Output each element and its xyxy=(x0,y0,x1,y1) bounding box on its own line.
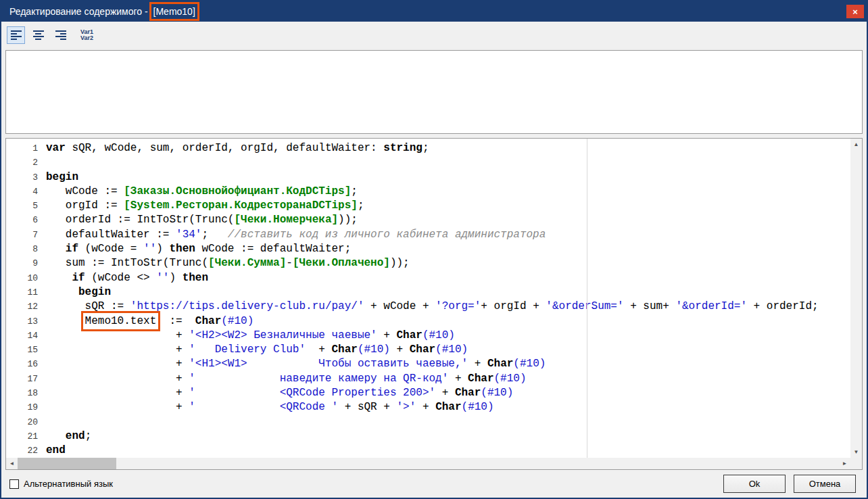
code-token: ; xyxy=(351,185,358,197)
code-line: orgId := [System.Ресторан.КодресторанаDC… xyxy=(46,199,850,213)
code-token: + wCode + xyxy=(364,300,435,312)
code-token: defaultWaiter := xyxy=(46,229,176,241)
code-token: orderId := IntToStr(Trunc( xyxy=(46,214,234,226)
code-token: (#10) xyxy=(494,373,527,385)
line-number: 18 xyxy=(6,386,41,400)
var2-label: Var2 xyxy=(80,35,93,41)
code-line: + ' наведите камеру на QR-код' + Char(#1… xyxy=(46,372,850,386)
scroll-down-icon[interactable]: ▼ xyxy=(850,446,862,458)
code-token: string xyxy=(383,142,423,154)
code-token: ' <QRCode ' xyxy=(189,401,338,413)
checkbox-box[interactable] xyxy=(9,479,19,489)
cancel-button[interactable]: Отмена xyxy=(794,475,856,493)
variables-button[interactable]: Var1 Var2 xyxy=(80,29,93,41)
line-number: 3 xyxy=(6,170,41,185)
align-center-icon xyxy=(33,30,44,40)
code-token: '' xyxy=(143,243,156,255)
code-token: + xyxy=(468,358,487,370)
line-number: 16 xyxy=(6,357,41,371)
code-token: '&orderId=' xyxy=(675,300,747,312)
code-token: (#10) xyxy=(513,358,546,370)
preview-area[interactable] xyxy=(5,50,863,134)
code-token: + xyxy=(46,387,189,399)
code-editor: 12345678910111213141516171819202122 var … xyxy=(5,138,863,470)
horizontal-scroll-thumb[interactable] xyxy=(18,458,116,469)
memo10-title-highlight: [Memo10] xyxy=(153,6,195,17)
code-token: wCode := xyxy=(46,185,124,197)
code-content[interactable]: var sQR, wCode, sum, orderId, orgId, def… xyxy=(41,139,850,458)
code-token: ' наведите камеру на QR-код' xyxy=(189,373,448,385)
code-token: Char xyxy=(468,373,493,385)
code-token: + sQR + xyxy=(338,401,396,413)
code-token: 'https://tips.delivery-club.ru/pay/' xyxy=(130,300,364,312)
scroll-right-icon[interactable]: ► xyxy=(839,458,850,469)
code-token: [Чеки.Номерчека] xyxy=(234,214,338,226)
code-line: begin xyxy=(46,285,850,300)
line-number: 7 xyxy=(6,228,41,242)
code-token: (#10) xyxy=(221,315,254,327)
code-line: defaultWaiter := '34'; //вставить код из… xyxy=(46,228,850,242)
code-line: if (wCode = '') then wCode := defaultWai… xyxy=(46,242,850,256)
code-line xyxy=(46,156,850,170)
code-line: sQR := 'https://tips.delivery-club.ru/pa… xyxy=(46,300,850,314)
line-number: 20 xyxy=(6,415,41,429)
vertical-scroll-track[interactable] xyxy=(850,150,862,446)
footer: Альтернативный язык Ok Отмена xyxy=(1,470,867,498)
align-right-button[interactable] xyxy=(51,26,70,44)
dialog-window: Редактирование содержимого - [Memo10] × … xyxy=(0,0,868,499)
code-token xyxy=(46,243,66,255)
code-token: (#10) xyxy=(423,329,455,341)
ok-button[interactable]: Ok xyxy=(723,475,786,493)
line-numbers: 12345678910111213141516171819202122 xyxy=(6,139,41,458)
title-text: Редактирование содержимого - xyxy=(9,6,151,17)
code-token: '<H2><W2> Безналичные чаевые' xyxy=(189,329,377,341)
code-line: begin xyxy=(46,170,850,185)
code-token: ; xyxy=(201,229,227,241)
code-token: ) xyxy=(169,272,182,284)
horizontal-scroll-track[interactable] xyxy=(18,458,839,469)
footer-buttons: Ok Отмена xyxy=(723,475,856,493)
code-token: ; xyxy=(358,199,364,212)
alt-language-checkbox[interactable]: Альтернативный язык xyxy=(9,479,113,489)
code-token: ' <QRCode Properties 200>' xyxy=(189,387,435,399)
code-token: - xyxy=(286,257,293,269)
code-token: + xyxy=(306,343,331,356)
line-number: 21 xyxy=(6,429,41,444)
code-line: + ' Delivery Club' + Char(#10) + Char(#1… xyxy=(46,343,850,357)
code-token: //вставить код из личного кабинета админ… xyxy=(228,229,546,241)
line-number: 15 xyxy=(6,343,41,357)
code-line: end xyxy=(46,444,850,458)
line-number: 17 xyxy=(6,372,41,386)
title-bar[interactable]: Редактирование содержимого - [Memo10] × xyxy=(1,1,867,22)
code-line: sum := IntToStr(Trunc([Чеки.Сумма]-[Чеки… xyxy=(46,256,850,270)
align-left-button[interactable] xyxy=(7,26,25,44)
code-token xyxy=(46,430,66,442)
code-line: var sQR, wCode, sum, orderId, orgId, def… xyxy=(46,141,850,156)
align-center-button[interactable] xyxy=(29,26,47,44)
code-token: '34' xyxy=(176,229,201,241)
vertical-scrollbar[interactable]: ▲ ▼ xyxy=(850,139,862,458)
code-token: [Заказы.Основнойофициант.КодDCTips] xyxy=(124,185,351,197)
scroll-up-icon[interactable]: ▲ xyxy=(850,139,862,150)
code-token: := xyxy=(156,315,195,327)
line-number: 1 xyxy=(6,141,41,156)
code-token: )); xyxy=(390,257,410,269)
code-line: + ' <QRCode ' + sQR + '>' + Char(#10) xyxy=(46,400,850,414)
scroll-left-icon[interactable]: ◄ xyxy=(6,458,18,469)
code-token: sum := IntToStr(Trunc( xyxy=(46,257,208,269)
code-line: wCode := [Заказы.Основнойофициант.КодDCT… xyxy=(46,185,850,199)
code-token: (wCode = xyxy=(78,243,143,255)
line-number: 19 xyxy=(6,400,41,414)
code-token: '' xyxy=(156,272,169,284)
close-button[interactable]: × xyxy=(846,5,864,18)
code-line: + '<H1><W1> Чтобы оставить чаевые,' + Ch… xyxy=(46,357,850,371)
code-line: end; xyxy=(46,429,850,444)
code-token: Char xyxy=(410,343,435,356)
code-line: + ' <QRCode Properties 200>' + Char(#10) xyxy=(46,386,850,400)
line-number: 9 xyxy=(6,256,41,270)
horizontal-scrollbar[interactable]: ◄ ► xyxy=(6,458,850,469)
code-token: sQR := xyxy=(46,300,130,312)
code-token: begin xyxy=(46,171,78,183)
line-number: 2 xyxy=(6,156,41,170)
code-token: '?org=' xyxy=(435,300,481,312)
